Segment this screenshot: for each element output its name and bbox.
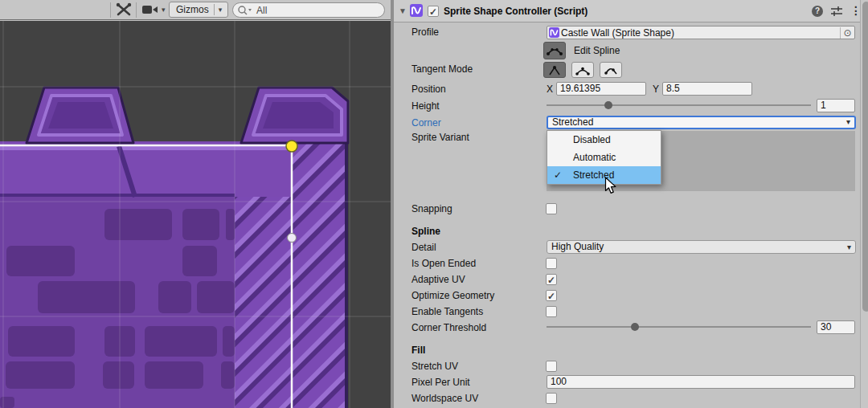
adaptive-uv-checkbox[interactable] [546, 274, 557, 285]
snapping-label: Snapping [411, 202, 452, 215]
menu-item-disabled[interactable]: Disabled [547, 131, 661, 149]
is-open-ended-checkbox[interactable] [546, 258, 557, 269]
toolbar-separator [136, 2, 137, 18]
chevron-down-icon[interactable]: ▾ [215, 6, 227, 14]
mouse-cursor [604, 177, 616, 194]
is-open-ended-label: Is Open Ended [411, 257, 476, 270]
presets-icon[interactable] [831, 6, 842, 18]
help-icon[interactable]: ? [812, 6, 823, 17]
tangent-broken-button[interactable] [600, 62, 622, 78]
corner-threshold-slider-handle[interactable] [631, 323, 639, 331]
tangent-linear-icon [548, 65, 561, 75]
enable-tangents-checkbox[interactable] [546, 306, 557, 317]
sprite-variant-label: Sprite Variant [411, 131, 469, 144]
height-value-field[interactable]: 1 [817, 99, 855, 112]
search-value: All [253, 5, 267, 16]
corner-threshold-slider-track[interactable] [547, 326, 811, 328]
component-header: ▼ Sprite Shape Controller (Script) ? ⋮ [394, 0, 868, 22]
fill-section-title: Fill [411, 344, 425, 357]
position-y-label: Y [653, 83, 659, 96]
spline-point-selected[interactable] [286, 141, 297, 152]
sprite-shape-icon [410, 4, 423, 19]
tangent-continuous-icon [575, 65, 590, 75]
scene-camera-button[interactable]: ▾ [141, 2, 166, 18]
unity-editor-window: ▾ Gizmos ▾ All [0, 0, 868, 408]
edit-spline-label: Edit Spline [574, 44, 620, 57]
corner-dropdown[interactable]: Stretched ▾ [547, 116, 856, 129]
pixel-per-unit-field[interactable]: 100 [547, 375, 855, 389]
inspector-panel: ▼ Sprite Shape Controller (Script) ? ⋮ [391, 0, 868, 408]
scene-search-input[interactable]: All [232, 2, 385, 18]
merlon-right [241, 88, 348, 143]
position-x-field[interactable]: 19.61395 [556, 82, 646, 96]
position-x-label: X [547, 83, 553, 96]
menu-item-automatic[interactable]: Automatic [547, 149, 661, 166]
corner-label: Corner [411, 116, 441, 129]
tangent-linear-button[interactable] [543, 62, 566, 78]
spline-point[interactable] [288, 234, 297, 243]
inspector-scrollbar[interactable] [860, 0, 868, 408]
corner-threshold-label: Corner Threshold [411, 321, 486, 334]
height-slider-track[interactable] [547, 104, 811, 106]
tangent-broken-icon [604, 65, 618, 75]
chevron-down-icon: ▾ [846, 116, 850, 127]
chevron-down-icon: ▾ [847, 241, 851, 253]
position-y-field[interactable]: 8.5 [662, 82, 752, 96]
scene-artwork [0, 21, 391, 408]
detail-label: Detail [411, 241, 436, 254]
worldspace-uv-checkbox[interactable] [546, 393, 557, 404]
stretch-uv-checkbox[interactable] [546, 361, 557, 372]
search-icon [237, 5, 253, 15]
camera-icon [141, 4, 159, 15]
scrollbar-thumb[interactable] [862, 2, 868, 312]
tools-icon [115, 2, 133, 18]
profile-label: Profile [411, 26, 439, 39]
tangent-continuous-button[interactable] [571, 62, 594, 78]
height-label: Height [411, 100, 440, 112]
scene-pane: ▾ Gizmos ▾ All [0, 0, 391, 408]
foldout-arrow-icon[interactable]: ▼ [399, 6, 407, 15]
toolbar-separator [110, 2, 111, 18]
optimize-geometry-checkbox[interactable] [546, 290, 557, 301]
corner-dropdown-value: Stretched [552, 116, 593, 128]
detail-dropdown-value: High Quality [551, 241, 604, 252]
adaptive-uv-label: Adaptive UV [411, 273, 465, 286]
gizmos-label: Gizmos [170, 4, 214, 15]
optimize-geometry-label: Optimize Geometry [411, 289, 494, 302]
snapping-checkbox[interactable] [546, 203, 557, 214]
component-title: Sprite Shape Controller (Script) [444, 6, 588, 17]
pixel-per-unit-label: Pixel Per Unit [411, 376, 470, 389]
detail-dropdown[interactable]: High Quality ▾ [547, 240, 856, 254]
corner-threshold-value-field[interactable]: 30 [817, 320, 855, 334]
enable-tangents-label: Enable Tangents [411, 305, 483, 318]
chevron-down-icon: ▾ [159, 6, 166, 14]
profile-object-field[interactable]: Castle Wall (Sprite Shape) ⊙ [547, 26, 855, 39]
check-icon [554, 166, 562, 184]
edit-spline-button[interactable] [543, 42, 566, 59]
scene-view[interactable] [0, 21, 391, 408]
worldspace-uv-label: Worldspace UV [411, 392, 478, 405]
tangent-mode-label: Tangent Mode [411, 63, 473, 75]
tool-settings-button[interactable] [115, 2, 133, 18]
sprite-shape-icon [549, 27, 559, 38]
stretch-uv-label: Stretch UV [411, 360, 458, 373]
profile-value: Castle Wall (Sprite Shape) [559, 27, 840, 39]
spline-icon [547, 45, 563, 56]
scene-toolbar: ▾ Gizmos ▾ All [0, 0, 391, 20]
object-picker-icon[interactable]: ⊙ [840, 27, 854, 39]
position-label: Position [411, 83, 446, 96]
merlon-left [27, 88, 133, 143]
component-enabled-checkbox[interactable] [428, 6, 439, 17]
spline-section-title: Spline [411, 225, 440, 238]
gizmos-button[interactable]: Gizmos ▾ [169, 2, 228, 18]
height-slider-handle[interactable] [604, 101, 612, 109]
